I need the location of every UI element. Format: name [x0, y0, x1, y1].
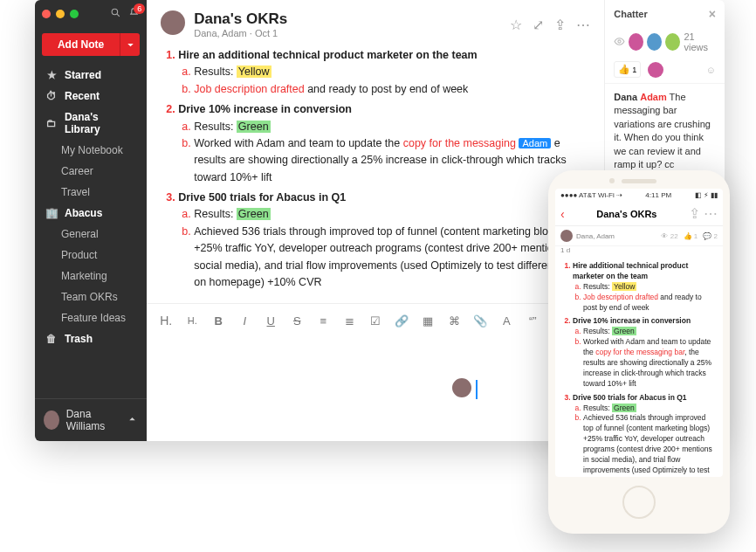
- sidebar-item-label: Starred: [65, 69, 101, 81]
- svg-line-1: [117, 14, 120, 17]
- okr-subitem: Job description drafted and ready to pos…: [194, 81, 590, 98]
- sidebar-item-label: Travel: [61, 186, 90, 198]
- building-icon: 🏢: [45, 207, 58, 219]
- sidebar-item[interactable]: Career: [35, 161, 147, 182]
- sidebar-item[interactable]: Travel: [35, 182, 147, 203]
- views-count: 21 views: [684, 31, 716, 52]
- sidebar-item[interactable]: 🗑Trash: [35, 328, 147, 349]
- note-title: Dana's OKRs: [194, 10, 287, 28]
- collab-cursor: [476, 380, 478, 399]
- sidebar-item[interactable]: Feature Ideas: [35, 307, 147, 328]
- sidebar-item-label: Team OKRs: [61, 291, 118, 303]
- viewer-avatar: [647, 33, 662, 51]
- sidebar-item-label: Trash: [65, 333, 93, 345]
- sidebar-item[interactable]: ★Starred: [35, 65, 147, 86]
- toolbar-button[interactable]: “”: [526, 314, 540, 328]
- viewer-avatar: [629, 33, 643, 51]
- toolbar-button[interactable]: 🔗: [395, 314, 409, 328]
- toolbar-button[interactable]: ☑: [368, 314, 382, 328]
- notifications-icon[interactable]: 6: [128, 7, 140, 21]
- toolbar-button[interactable]: B: [211, 314, 225, 328]
- toolbar-button[interactable]: H.: [185, 315, 199, 326]
- note-link[interactable]: copy for the messaging bar: [595, 348, 684, 356]
- sidebar-item-label: Feature Ideas: [61, 312, 126, 324]
- toolbar-button[interactable]: H.: [159, 314, 173, 328]
- okr-subitem: Achieved 536 trials through improved top…: [583, 413, 718, 477]
- maximize-window-icon[interactable]: [70, 10, 79, 18]
- okr-subitem: Results: Green: [194, 119, 590, 135]
- add-note-button[interactable]: Add Note: [42, 33, 140, 56]
- okr-subitem: Results: Yellow: [194, 64, 590, 80]
- emoji-picker-icon[interactable]: ☺: [706, 65, 716, 75]
- share-icon[interactable]: ⇪: [689, 205, 700, 222]
- sidebar-item[interactable]: Team OKRs: [35, 286, 147, 307]
- sidebar-item[interactable]: Product: [35, 245, 147, 266]
- okr-item: Drive 500 trials for Abacus in Q1Results…: [178, 190, 590, 291]
- note-link[interactable]: copy for the messaging: [403, 137, 516, 149]
- okr-item: Drive 500 trials for Abacus in Q1Results…: [573, 393, 718, 477]
- presence-avatar: [450, 376, 473, 399]
- share-icon[interactable]: ⇪: [554, 17, 566, 33]
- sidebar-item[interactable]: My Notebook: [35, 140, 147, 161]
- trash-icon: 🗑: [45, 333, 58, 345]
- chevron-up-icon[interactable]: [127, 413, 138, 427]
- sidebar: 6 Add Note ★Starred⏱Recent🗀Dana's Librar…: [35, 0, 147, 441]
- sidebar-item[interactable]: 🗀Dana's Library: [35, 107, 147, 140]
- toolbar-button[interactable]: 📎: [473, 314, 487, 328]
- sidebar-item[interactable]: Marketing: [35, 266, 147, 286]
- reactor-avatar: [648, 62, 663, 78]
- author-avatar: [161, 10, 185, 35]
- minimize-window-icon[interactable]: [56, 10, 65, 18]
- toolbar-button[interactable]: ⌘: [447, 314, 461, 328]
- sidebar-item[interactable]: ⏱Recent: [35, 86, 147, 107]
- folder-icon: 🗀: [45, 117, 58, 129]
- close-window-icon[interactable]: [42, 10, 51, 18]
- toolbar-button[interactable]: A: [499, 314, 513, 328]
- sidebar-item-label: Abacus: [65, 207, 102, 219]
- current-user-row[interactable]: Dana Williams: [35, 398, 147, 441]
- add-note-dropdown[interactable]: [120, 33, 140, 56]
- star-icon: ★: [45, 69, 58, 81]
- sidebar-item-label: Career: [61, 165, 93, 177]
- add-note-label: Add Note: [42, 33, 120, 56]
- sidebar-item[interactable]: 🏢Abacus: [35, 203, 147, 224]
- toolbar-button[interactable]: I: [237, 314, 251, 328]
- toolbar-button[interactable]: S: [290, 314, 304, 328]
- svg-point-0: [112, 9, 118, 15]
- okr-subitem: Worked with Adam and team to update the …: [194, 135, 590, 186]
- sidebar-item-label: My Notebook: [61, 144, 123, 156]
- okr-item: Drive 10% increase in conversionResults:…: [573, 316, 718, 389]
- phone-mockup: ●●●● AT&T Wi-Fi ⇢ 4:11 PM ◧ ⚡︎ ▮▮ ‹ Dana…: [548, 170, 730, 534]
- okr-subitem: Achieved 536 trials through improved top…: [194, 224, 590, 292]
- toolbar-button[interactable]: ▦: [421, 314, 435, 328]
- toolbar-button[interactable]: ≣: [342, 314, 356, 328]
- note-link[interactable]: Job description drafted: [583, 293, 658, 301]
- search-icon[interactable]: [110, 7, 121, 21]
- clock-icon: ⏱: [45, 90, 58, 102]
- reaction-thumbsup[interactable]: 👍1: [614, 61, 641, 78]
- close-icon[interactable]: ×: [709, 7, 716, 21]
- note-body[interactable]: Hire an additional technical product mar…: [147, 44, 604, 303]
- window-controls: 6: [35, 0, 147, 28]
- home-button[interactable]: [622, 486, 656, 519]
- okr-item: Hire additional technical product market…: [573, 261, 718, 313]
- expand-icon[interactable]: ⤢: [533, 17, 544, 33]
- toolbar-button[interactable]: U: [264, 314, 278, 328]
- avatar: [560, 230, 573, 242]
- editor-toolbar: H.H.BIUS≡≣☑🔗▦⌘📎A“”</>A↯: [147, 303, 604, 337]
- sidebar-item-label: General: [61, 228, 99, 240]
- sidebar-item[interactable]: General: [35, 224, 147, 245]
- note-link[interactable]: Job description drafted: [194, 83, 304, 95]
- star-icon[interactable]: ☆: [510, 17, 522, 33]
- mention-tag[interactable]: Adam: [519, 138, 551, 148]
- more-icon[interactable]: ⋯: [576, 17, 590, 33]
- current-user-name: Dana Williams: [66, 408, 120, 432]
- okr-subitem: Job description drafted and ready to pos…: [583, 293, 718, 314]
- sidebar-item-label: Marketing: [61, 270, 107, 282]
- okr-subitem: Results: Green: [194, 206, 590, 223]
- more-icon[interactable]: ⋯: [704, 205, 718, 222]
- okr-subitem: Results: Yellow: [583, 282, 718, 293]
- phone-title: Dana's OKRs: [565, 209, 689, 219]
- viewer-avatar: [665, 33, 680, 51]
- toolbar-button[interactable]: ≡: [316, 314, 330, 328]
